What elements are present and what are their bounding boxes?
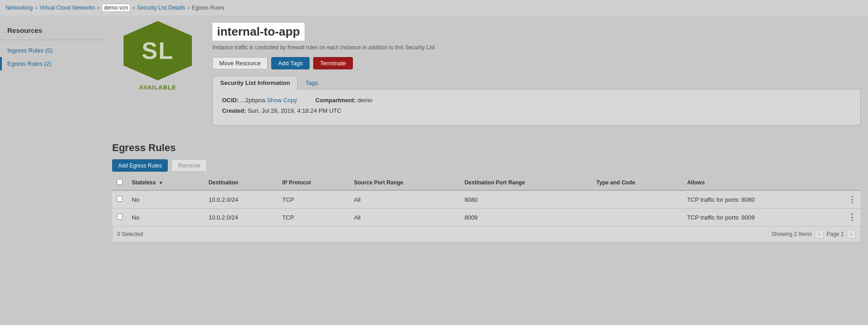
sidebar-title: Resources <box>0 23 105 40</box>
cell-dest-port-1: 8009 <box>460 209 592 226</box>
col-allows: Allows <box>682 175 828 190</box>
action-buttons: Move Resource Add Tags Terminate <box>212 57 861 69</box>
cell-dest-port-0: 8080 <box>460 190 592 209</box>
sidebar: Resources Ingress Rules (0) Egress Rules… <box>0 16 105 325</box>
row-checkbox-1[interactable] <box>117 214 123 220</box>
egress-section: Egress Rules Add Egress Rules Remove Sta… <box>112 142 861 242</box>
resource-status: AVAILABLE <box>139 84 176 91</box>
row-actions-menu-0[interactable]: ⋮ <box>828 190 861 209</box>
resource-icon-container: SL AVAILABLE <box>112 21 203 91</box>
row-checkbox-cell <box>112 209 127 226</box>
cell-ip-protocol-1: TCP <box>278 209 349 226</box>
row-actions-menu-1[interactable]: ⋮ <box>828 209 861 226</box>
cell-type-code-0 <box>592 190 682 209</box>
info-tabs: Security List Information Tags <box>212 76 861 89</box>
cell-allows-1: TCP traffic for ports: 8009 <box>682 209 828 226</box>
header-checkbox-col <box>112 175 127 190</box>
cell-allows-0: TCP traffic for ports: 8080 <box>682 190 828 209</box>
sidebar-item-ingress[interactable]: Ingress Rules (0) <box>0 44 105 57</box>
add-tags-button[interactable]: Add Tags <box>271 57 310 69</box>
breadcrumb-networking[interactable]: Networking <box>5 5 33 11</box>
col-destination: Destination <box>204 175 278 190</box>
created-value: Sun, Jul 28, 2019, 4:18:24 PM UTC <box>248 107 341 114</box>
info-panel: OCID: ...2pbpna Show Copy Compartment: d… <box>212 89 861 126</box>
sidebar-item-egress[interactable]: Egress Rules (2) <box>0 57 105 70</box>
cell-ip-protocol-0: TCP <box>278 190 349 209</box>
add-egress-rules-button[interactable]: Add Egress Rules <box>112 159 168 172</box>
table-footer: 0 Selected Showing 2 Items ‹ Page 1 › <box>112 226 861 242</box>
next-page-button[interactable]: › <box>847 230 856 239</box>
resource-description: Instance traffic is controlled by firewa… <box>212 44 861 51</box>
resource-header: SL AVAILABLE internal-to-app Instance tr… <box>112 16 861 138</box>
col-source-port-range: Source Port Range <box>349 175 460 190</box>
cell-source-port-1: All <box>349 209 460 226</box>
compartment-label: Compartment: <box>315 97 356 104</box>
cell-source-port-0: All <box>349 190 460 209</box>
table-row: No 10.0.2.0/24 TCP All 8009 TCP traffic … <box>112 209 861 226</box>
tab-security-list-info[interactable]: Security List Information <box>212 76 298 89</box>
select-all-checkbox[interactable] <box>117 179 123 185</box>
cell-stateless-0: No <box>127 190 204 209</box>
col-type-and-code: Type and Code <box>592 175 682 190</box>
hex-icon: SL <box>124 21 192 80</box>
page-indicator: Page 1 <box>827 231 844 237</box>
ocid-label: OCID: <box>222 97 239 104</box>
resource-name: internal-to-app <box>212 23 305 41</box>
cell-type-code-1 <box>592 209 682 226</box>
breadcrumb-demo-vcn[interactable]: demo-vcn <box>102 4 130 12</box>
cell-stateless-1: No <box>127 209 204 226</box>
table-header-row: Stateless ▼ Destination IP Protocol Sour… <box>112 175 861 190</box>
egress-toolbar: Add Egress Rules Remove <box>112 159 861 172</box>
info-row-ocid: OCID: ...2pbpna Show Copy Compartment: d… <box>222 97 851 104</box>
main-content: SL AVAILABLE internal-to-app Instance tr… <box>105 16 868 325</box>
showing-count: Showing 2 Items <box>771 231 812 237</box>
info-row-created: Created: Sun, Jul 28, 2019, 4:18:24 PM U… <box>222 107 851 114</box>
col-stateless[interactable]: Stateless ▼ <box>127 175 204 190</box>
col-destination-port-range: Destination Port Range <box>460 175 592 190</box>
row-checkbox-cell <box>112 190 127 209</box>
pagination: Showing 2 Items ‹ Page 1 › <box>771 230 856 239</box>
sort-arrow-icon: ▼ <box>159 180 163 185</box>
cell-destination-0: 10.0.2.0/24 <box>204 190 278 209</box>
breadcrumb-egress: Egress Rules <box>192 5 224 11</box>
col-actions <box>828 175 861 190</box>
breadcrumb: Networking » Virtual Cloud Networks » de… <box>0 0 868 16</box>
row-checkbox-0[interactable] <box>117 196 123 202</box>
hex-letters: SL <box>142 37 174 64</box>
terminate-button[interactable]: Terminate <box>313 57 353 69</box>
ocid-copy-link[interactable]: Copy <box>283 97 297 104</box>
created-label: Created: <box>222 107 246 114</box>
compartment-value: demo <box>357 97 372 104</box>
resource-info: internal-to-app Instance traffic is cont… <box>212 21 861 133</box>
breadcrumb-vcn[interactable]: Virtual Cloud Networks <box>40 5 95 11</box>
table-row: No 10.0.2.0/24 TCP All 8080 TCP traffic … <box>112 190 861 209</box>
egress-table: Stateless ▼ Destination IP Protocol Sour… <box>112 175 861 226</box>
cell-destination-1: 10.0.2.0/24 <box>204 209 278 226</box>
selected-count: 0 Selected <box>117 231 143 237</box>
prev-page-button[interactable]: ‹ <box>815 230 824 239</box>
col-ip-protocol: IP Protocol <box>278 175 349 190</box>
ocid-show-link[interactable]: Show <box>267 97 282 104</box>
tab-tags[interactable]: Tags <box>298 76 326 89</box>
egress-title: Egress Rules <box>112 142 861 154</box>
ocid-value: ...2pbpna <box>240 97 265 104</box>
move-resource-button[interactable]: Move Resource <box>212 57 268 69</box>
breadcrumb-security-list[interactable]: Security List Details <box>137 5 185 11</box>
remove-button: Remove <box>171 159 207 172</box>
